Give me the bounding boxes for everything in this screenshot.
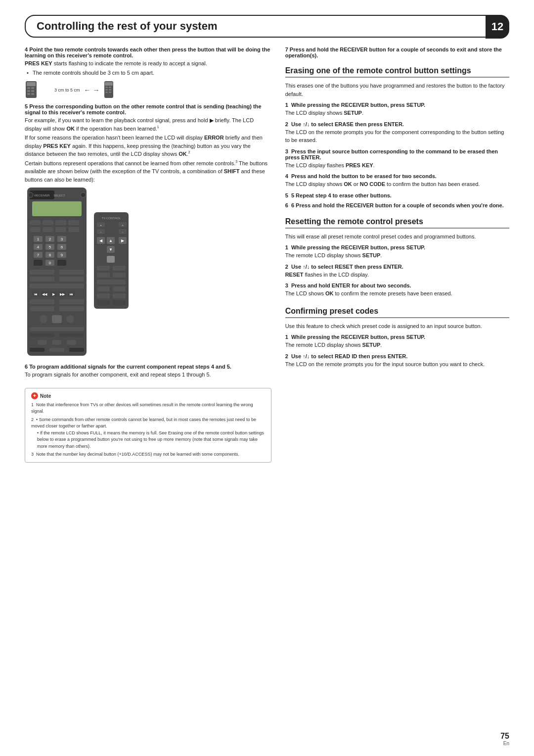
- remote-distance-diagram: 3 cm to 5 cm ← →: [25, 81, 271, 99]
- erasing-step-2-body: The LCD on the remote prompts you for th…: [285, 128, 509, 144]
- confirming-step-2: 2 Use ↑/↓ to select READ ID then press E…: [285, 353, 509, 369]
- svg-rect-15: [109, 92, 111, 93]
- erasing-intro: This erases one of the buttons you have …: [285, 82, 509, 98]
- svg-rect-55: [30, 277, 54, 282]
- svg-rect-30: [68, 227, 79, 232]
- svg-text:▲: ▲: [109, 238, 113, 243]
- svg-point-19: [28, 192, 33, 197]
- svg-rect-1: [27, 82, 36, 86]
- step-5: 5 Press the corresponding button on the …: [25, 103, 271, 360]
- svg-rect-54: [59, 270, 84, 275]
- svg-text:⏭: ⏭: [70, 292, 73, 296]
- page-header: Controlling the rest of your system 12: [25, 15, 509, 38]
- erasing-step-2-header: 2 Use ↑/↓ to select ERASE then press ENT…: [285, 121, 509, 127]
- step-4-bullet: The remote controls should be 3 cm to 5 …: [25, 69, 271, 77]
- step-5-header: 5 Press the corresponding button on the …: [25, 103, 271, 115]
- note-box: ✦ Note 1 Note that interference from TVs…: [25, 388, 271, 463]
- svg-rect-23: [30, 220, 41, 225]
- tv-control-svg: TV CONTROL + + - - ▲ ◀: [93, 211, 130, 310]
- svg-rect-13: [109, 89, 111, 91]
- svg-text:▶: ▶: [121, 238, 125, 243]
- resetting-step-2-header: 2 Use ↑/↓ to select RESET then press ENT…: [285, 264, 509, 270]
- erasing-section-title: Erasing one of the remote control button…: [285, 66, 509, 78]
- svg-rect-57: [30, 284, 84, 288]
- confirming-step-1-body: The remote LCD display shows SETUP.: [285, 341, 509, 349]
- resetting-step-1-header: 1 While pressing the RECEIVER button, pr…: [285, 244, 509, 250]
- svg-text:◀◀: ◀◀: [42, 292, 47, 296]
- main-remote-svg: RECEIVER SELECT: [25, 187, 89, 360]
- svg-rect-82: [49, 348, 64, 352]
- svg-rect-110: [97, 293, 110, 298]
- right-column: 7 Press and hold the RECEIVER button for…: [285, 47, 509, 463]
- erasing-step-1-body: The LCD display shows SETUP.: [285, 109, 509, 117]
- note-2: 2 • Some commands from other remote cont…: [31, 417, 265, 430]
- note-icon: ✦: [31, 392, 38, 399]
- step-4-pres-key: PRES KEY starts flashing to indicate the…: [25, 59, 271, 68]
- svg-rect-28: [43, 227, 53, 232]
- note-label: ✦ Note: [31, 392, 265, 400]
- svg-rect-9: [105, 82, 113, 86]
- svg-text:9: 9: [61, 253, 63, 257]
- left-column: 4 Point the two remote controls towards …: [25, 47, 271, 463]
- svg-text:◀: ◀: [99, 238, 103, 243]
- page-language: En: [503, 741, 509, 746]
- svg-rect-49: [34, 260, 43, 266]
- content-columns: 4 Point the two remote controls towards …: [25, 47, 509, 463]
- note-2b: • If the remote LCD shows FULL, it means…: [37, 430, 265, 450]
- svg-rect-2: [27, 87, 30, 89]
- step-5-body2: If for some reasons the operation hasn't…: [25, 134, 271, 158]
- svg-rect-7: [31, 93, 34, 95]
- erasing-step-5-header: 5 5 Repeat step 4 to erase other buttons…: [285, 192, 509, 198]
- resetting-intro: This will erase all preset remote contro…: [285, 233, 509, 241]
- svg-text:0: 0: [49, 261, 51, 265]
- confirming-step-1: 1 While pressing the RECEIVER button, pr…: [285, 334, 509, 349]
- note-1: 1 Note that interference from TVs or oth…: [31, 402, 265, 415]
- svg-rect-103: [97, 266, 110, 271]
- svg-rect-27: [30, 227, 41, 232]
- svg-rect-79: [52, 340, 62, 345]
- svg-rect-111: [113, 293, 126, 298]
- svg-rect-74: [66, 315, 74, 323]
- svg-rect-5: [31, 90, 34, 92]
- resetting-step-1-body: The remote LCD display shows SETUP.: [285, 251, 509, 260]
- confirming-step-2-body: The LCD on the remote prompts you for th…: [285, 360, 509, 369]
- resetting-step-3: 3 Press and hold ENTER for about two sec…: [285, 283, 509, 298]
- svg-rect-71: [59, 306, 84, 311]
- step-7: 7 Press and hold the RECEIVER button for…: [285, 47, 509, 58]
- svg-text:+: +: [122, 224, 124, 227]
- step-4: 4 Point the two remote controls towards …: [25, 47, 271, 99]
- svg-rect-112: [97, 300, 110, 305]
- svg-rect-12: [105, 89, 108, 91]
- svg-text:TV CONTROL: TV CONTROL: [102, 217, 121, 220]
- svg-rect-83: [69, 348, 84, 352]
- svg-text:SELECT: SELECT: [53, 194, 65, 197]
- svg-rect-6: [27, 93, 30, 95]
- svg-text:RECEIVER: RECEIVER: [35, 194, 50, 197]
- svg-rect-109: [113, 286, 126, 291]
- erasing-step-3: 3 Press the input source button correspo…: [285, 148, 509, 170]
- confirming-step-1-header: 1 While pressing the RECEIVER button, pr…: [285, 334, 509, 340]
- footnote-1: 1: [157, 125, 159, 129]
- step-7-header: 7 Press and hold the RECEIVER button for…: [285, 47, 509, 58]
- arrow-icon: ← →: [84, 86, 100, 94]
- svg-rect-22: [32, 201, 82, 216]
- svg-rect-72: [40, 315, 47, 323]
- svg-rect-70: [30, 306, 54, 311]
- svg-rect-106: [113, 273, 126, 278]
- svg-rect-52: [57, 260, 66, 266]
- erasing-step-4-header: 4 Press and hold the button to be erased…: [285, 173, 509, 179]
- footnote-2: 2: [188, 150, 190, 154]
- remote-right-icon: [103, 81, 122, 99]
- confirming-step-2-header: 2 Use ↑/↓ to select READ ID then press E…: [285, 353, 509, 359]
- svg-rect-108: [97, 286, 110, 291]
- svg-rect-53: [30, 270, 54, 275]
- page-container: Controlling the rest of your system 12 4…: [0, 0, 534, 756]
- svg-text:+: +: [100, 224, 102, 227]
- resetting-step-2-body: RESET flashes in the LCD display.: [285, 271, 509, 279]
- step-4-header: 4 Point the two remote controls towards …: [25, 47, 271, 58]
- confirming-intro: Use this feature to check which preset c…: [285, 322, 509, 331]
- erasing-step-4: 4 Press and hold the button to be erased…: [285, 173, 509, 189]
- svg-rect-113: [113, 300, 126, 305]
- svg-rect-25: [55, 220, 66, 225]
- svg-rect-10: [105, 87, 108, 88]
